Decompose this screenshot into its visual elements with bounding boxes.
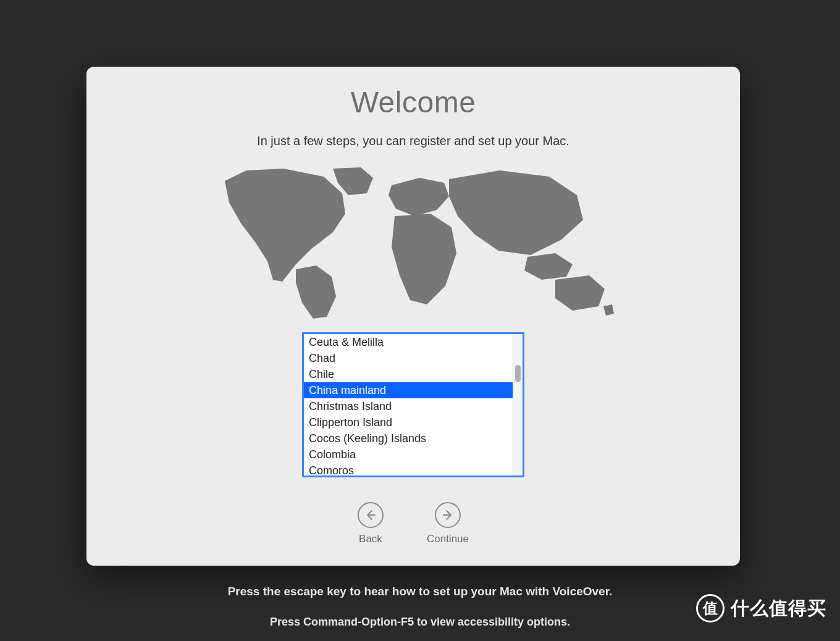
page-subtitle: In just a few steps, you can register an…: [257, 134, 569, 148]
watermark-badge-icon: 值: [696, 594, 724, 622]
arrow-left-icon: [358, 502, 384, 528]
list-item[interactable]: Ceuta & Melilla: [304, 334, 513, 350]
watermark: 值 什么值得买: [696, 594, 826, 622]
setup-assistant-window: Welcome In just a few steps, you can reg…: [86, 67, 740, 566]
list-item[interactable]: Chile: [304, 366, 513, 382]
list-item[interactable]: Comoros: [304, 463, 513, 476]
list-item[interactable]: Christmas Island: [304, 398, 513, 414]
continue-button[interactable]: Continue: [427, 502, 469, 545]
back-label: Back: [359, 533, 382, 545]
watermark-text: 什么值得买: [731, 596, 826, 621]
list-item[interactable]: Chad: [304, 350, 513, 366]
list-item[interactable]: Clipperton Island: [304, 414, 513, 430]
scrollbar-track[interactable]: [513, 334, 523, 476]
world-map-icon: [203, 165, 623, 320]
country-list-scroll[interactable]: Ceuta & MelillaChadChileChina mainlandCh…: [304, 334, 513, 476]
list-item[interactable]: China mainland: [304, 382, 513, 398]
page-title: Welcome: [351, 85, 476, 119]
arrow-right-icon: [435, 502, 461, 528]
list-item[interactable]: Cocos (Keeling) Islands: [304, 430, 513, 446]
back-button[interactable]: Back: [358, 502, 384, 545]
scrollbar-thumb[interactable]: [515, 365, 521, 382]
country-listbox[interactable]: Ceuta & MelillaChadChileChina mainlandCh…: [302, 332, 524, 477]
list-item[interactable]: Colombia: [304, 446, 513, 463]
continue-label: Continue: [427, 533, 469, 545]
nav-row: Back Continue: [358, 502, 469, 545]
